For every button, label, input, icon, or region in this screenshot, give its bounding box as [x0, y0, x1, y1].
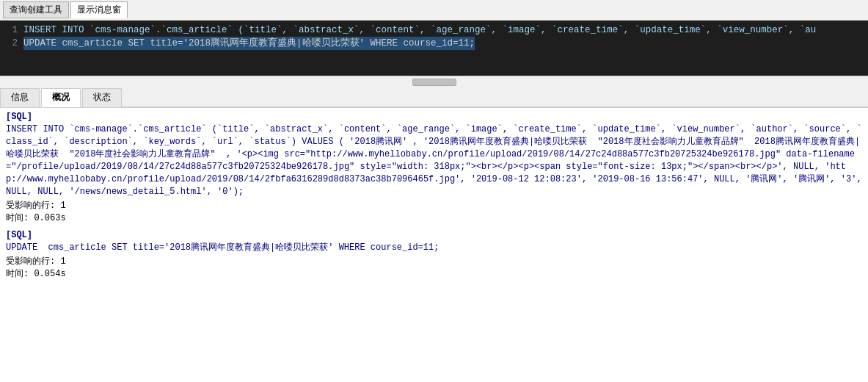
output-sql-2: UPDATE cms_article SET title='2018腾讯网年度教…: [6, 242, 862, 254]
line-number-2: 2: [6, 37, 18, 50]
show-messages-btn[interactable]: 显示消息窗: [70, 1, 128, 18]
output-rows-1: 受影响的行: 1: [6, 200, 862, 212]
output-block-2: [SQL] UPDATE cms_article SET title='2018…: [6, 229, 862, 281]
sql-line-1: 1 INSERT INTO `cms-manage`.`cms_article`…: [6, 24, 862, 37]
output-time-1: 时间: 0.063s: [6, 212, 862, 225]
output-area[interactable]: [SQL] INSERT INTO `cms-manage`.`cms_arti…: [0, 108, 868, 382]
output-rows-2: 受影响的行: 1: [6, 256, 862, 268]
sql-label-2: [SQL]: [6, 230, 32, 240]
sql-text-2: UPDATE cms_article SET title='2018腾讯网年度教…: [23, 37, 475, 50]
toolbar: 查询创建工具 显示消息窗: [0, 0, 868, 21]
sql-editor[interactable]: 1 INSERT INTO `cms-manage`.`cms_article`…: [0, 21, 868, 76]
hscroll-area[interactable]: [0, 76, 868, 87]
tab-info[interactable]: 信息: [0, 88, 40, 107]
tabs-row: 信息 概况 状态: [0, 87, 868, 108]
output-sql-1: INSERT INTO `cms-manage`.`cms_article` (…: [6, 123, 862, 198]
sql-label-1: [SQL]: [6, 112, 32, 122]
sql-text-1: INSERT INTO `cms-manage`.`cms_article` (…: [23, 24, 816, 37]
output-block-1: [SQL] INSERT INTO `cms-manage`.`cms_arti…: [6, 111, 862, 225]
tab-overview[interactable]: 概况: [41, 88, 81, 107]
line-number-1: 1: [6, 24, 18, 37]
output-time-2: 时间: 0.054s: [6, 268, 862, 281]
sql-line-2: 2 UPDATE cms_article SET title='2018腾讯网年…: [6, 37, 862, 50]
query-builder-btn[interactable]: 查询创建工具: [3, 1, 69, 18]
tab-status[interactable]: 状态: [82, 88, 122, 107]
hscroll-track[interactable]: [412, 79, 456, 86]
